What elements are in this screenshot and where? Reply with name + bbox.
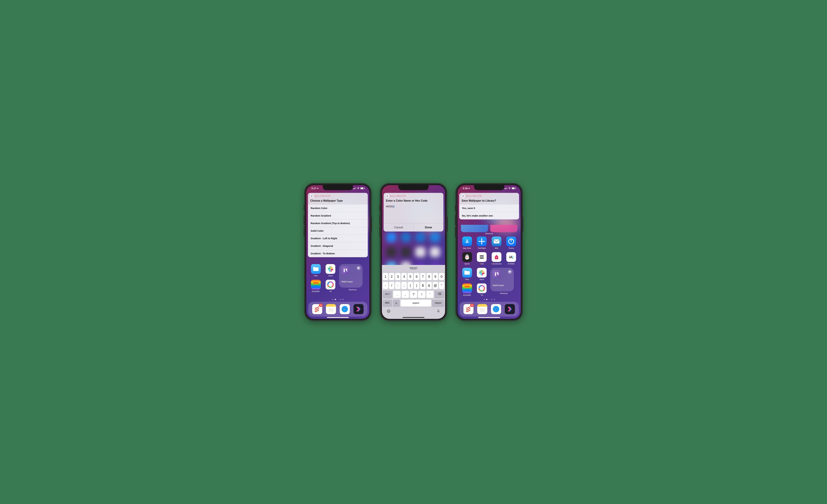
key-quote[interactable]: ": [439, 282, 444, 289]
key-8[interactable]: 8: [427, 273, 432, 280]
dock-app-todoist[interactable]: 12: [312, 304, 322, 314]
key-6[interactable]: 6: [414, 273, 419, 280]
app-anybuffer[interactable]: Anybuffer: [309, 280, 322, 292]
volume-up-button[interactable]: [304, 215, 304, 225]
folder-shortcuts[interactable]: WallCreator Shortcuts: [339, 264, 366, 292]
location-icon: ➤: [468, 187, 470, 190]
key-2[interactable]: 2: [389, 273, 394, 280]
key-9[interactable]: 9: [433, 273, 438, 280]
dock-app-shortcuts[interactable]: [353, 304, 363, 314]
keyboard-row-3: #+= . , ? ! ' ⌫: [382, 290, 445, 299]
option-gradient-tb[interactable]: Gradient - To Bottom: [308, 250, 368, 257]
home-indicator[interactable]: [402, 317, 425, 318]
option-yes-save[interactable]: Yes, save it: [459, 204, 519, 212]
folder-shortcuts[interactable]: WallCreator Shortcuts: [490, 268, 518, 296]
key-4[interactable]: 4: [401, 273, 407, 280]
mute-switch[interactable]: [379, 205, 380, 211]
key-exclaim[interactable]: !: [418, 291, 426, 298]
page-indicator[interactable]: +: [457, 299, 521, 300]
volume-up-button[interactable]: [379, 215, 380, 225]
cancel-button[interactable]: Cancel: [384, 223, 414, 232]
option-solid-color[interactable]: Solid Color: [308, 227, 368, 235]
dictation-icon[interactable]: [436, 309, 440, 314]
key-0[interactable]: 0: [439, 273, 444, 280]
app-mail[interactable]: Mail: [490, 237, 503, 249]
app-appstore[interactable]: App Store: [461, 237, 473, 249]
app-files[interactable]: Files: [309, 264, 322, 277]
mute-switch[interactable]: [304, 205, 304, 211]
keyboard-suggestion[interactable]: “f2f2f2”: [382, 265, 445, 272]
key-semicolon[interactable]: ;: [401, 282, 407, 289]
dock-app-shortcuts[interactable]: [505, 304, 515, 314]
globe-icon[interactable]: [387, 309, 391, 314]
home-indicator[interactable]: [478, 317, 500, 318]
key-apostrophe[interactable]: ': [426, 291, 434, 298]
key-slash[interactable]: /: [389, 282, 394, 289]
volume-down-button[interactable]: [455, 227, 455, 237]
key-5[interactable]: 5: [407, 273, 413, 280]
option-gradient-ltr[interactable]: Gradient - Left to Right: [308, 235, 368, 242]
dock-app-notes[interactable]: [477, 304, 487, 314]
keyboard: “f2f2f2” 1 2 3 4 5 6 7 8 9 0 - / : ; ( )…: [382, 265, 445, 319]
mute-switch[interactable]: [455, 205, 455, 211]
power-button[interactable]: [523, 217, 523, 232]
key-return[interactable]: return: [432, 300, 444, 307]
keyboard-row-4: ABC ☺ space return: [382, 299, 445, 307]
app-slack[interactable]: Slack: [476, 268, 488, 281]
app-timery[interactable]: Timery: [505, 237, 518, 249]
app-label: Files: [465, 279, 469, 281]
volume-up-button[interactable]: [455, 215, 455, 225]
key-lparen[interactable]: (: [407, 282, 413, 289]
key-dollar[interactable]: $: [420, 282, 426, 289]
app-slack[interactable]: Slack: [325, 264, 337, 277]
option-random-color[interactable]: Random Color: [308, 204, 368, 212]
key-7[interactable]: 7: [420, 273, 426, 280]
power-button[interactable]: [372, 217, 372, 232]
svg-rect-28: [480, 255, 484, 256]
dock-app-notes[interactable]: [326, 304, 336, 314]
option-random-gradient-ttb[interactable]: Random Gradient (Top to Bottom): [308, 219, 368, 227]
app-iawriter[interactable]: iA| iA Writer: [505, 252, 518, 265]
key-space[interactable]: space: [400, 300, 431, 307]
option-gradient-diagonal[interactable]: Gradient - Diagonal: [308, 242, 368, 250]
key-abc[interactable]: ABC: [383, 300, 392, 307]
dock-app-safari[interactable]: [491, 304, 501, 314]
option-no-another[interactable]: No, let's make another one: [459, 212, 519, 219]
volume-down-button[interactable]: [379, 227, 380, 237]
dock-app-todoist[interactable]: 12: [464, 304, 474, 314]
key-rparen[interactable]: ): [414, 282, 419, 289]
key-1[interactable]: 1: [383, 273, 388, 280]
key-dash[interactable]: -: [383, 282, 388, 289]
app-testflight[interactable]: TestFlight: [476, 237, 488, 249]
dock-app-safari[interactable]: [340, 304, 350, 314]
page-indicator[interactable]: +: [306, 299, 370, 300]
app-tot[interactable]: Tot: [325, 280, 337, 292]
app-files[interactable]: Files: [461, 268, 473, 281]
app-tot[interactable]: Tot: [476, 284, 488, 296]
key-question[interactable]: ?: [410, 291, 417, 298]
text-input[interactable]: #f2f2f2: [384, 204, 443, 210]
home-indicator[interactable]: [327, 317, 349, 318]
volume-down-button[interactable]: [304, 227, 304, 237]
app-lire[interactable]: ●lire: [476, 252, 488, 265]
done-button[interactable]: Done: [414, 223, 444, 232]
key-period[interactable]: .: [393, 291, 400, 298]
key-amp[interactable]: &: [427, 282, 432, 289]
app-anybuffer[interactable]: Anybuffer: [461, 284, 473, 296]
mail-icon: [492, 237, 501, 246]
notch: [474, 185, 504, 190]
svg-point-20: [478, 241, 481, 242]
key-colon[interactable]: :: [395, 282, 400, 289]
key-emoji[interactable]: ☺: [393, 300, 400, 307]
svg-rect-33: [465, 288, 470, 289]
key-comma[interactable]: ,: [401, 291, 409, 298]
power-button[interactable]: [447, 217, 448, 232]
status-time: 3:17: [311, 187, 317, 190]
key-3[interactable]: 3: [395, 273, 400, 280]
key-symbols[interactable]: #+=: [383, 291, 392, 298]
app-apollo[interactable]: Apollo: [461, 252, 473, 265]
app-goodlinks[interactable]: ●GoodLinks: [490, 252, 503, 265]
key-at[interactable]: @: [433, 282, 438, 289]
key-backspace[interactable]: ⌫: [435, 291, 444, 298]
option-random-gradient[interactable]: Random Gradient: [308, 212, 368, 219]
